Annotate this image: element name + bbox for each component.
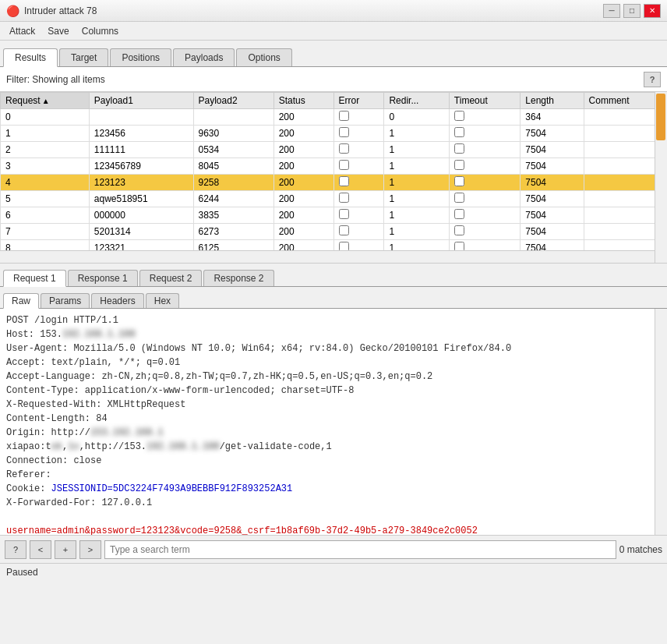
- filter-bar: Filter: Showing all items ?: [0, 67, 667, 92]
- request-line-4: Accept: text/plain, */*; q=0.01: [6, 356, 661, 370]
- request-line-2: Host: 153.192.168.1.100: [6, 327, 661, 341]
- col-status[interactable]: Status: [274, 93, 334, 109]
- horizontal-scrollbar[interactable]: [0, 250, 655, 263]
- next-button[interactable]: >: [79, 540, 101, 559]
- panel-tab-request1[interactable]: Request 1: [3, 270, 66, 287]
- sub-tab-params[interactable]: Params: [41, 293, 90, 308]
- tab-payloads[interactable]: Payloads: [173, 48, 235, 66]
- window-title: Intruder attack 78: [24, 5, 97, 16]
- filter-text: Filter: Showing all items: [6, 74, 105, 85]
- panel-tab-response2[interactable]: Response 2: [203, 270, 274, 286]
- request-post-data: username=admin&password=123123&vcode=925…: [6, 524, 661, 535]
- close-button[interactable]: ✕: [644, 4, 661, 18]
- prev-button[interactable]: <: [30, 540, 51, 559]
- request-line-9: Origin: http://153.192.168.1: [6, 426, 661, 440]
- panel-tab-request2[interactable]: Request 2: [139, 270, 203, 286]
- results-table-container: Request▲ Payload1 Payload2 Status Error …: [0, 92, 667, 264]
- sub-tab-headers[interactable]: Headers: [91, 293, 143, 308]
- table-row[interactable]: 5aqwe518951624420017504: [1, 191, 667, 207]
- col-payload1[interactable]: Payload1: [89, 93, 193, 109]
- search-input[interactable]: [104, 540, 616, 559]
- table-row[interactable]: 4123123925820017504: [1, 175, 667, 191]
- help-button[interactable]: ?: [5, 540, 26, 559]
- request-content: POST /login HTTP/1.1 Host: 153.192.168.1…: [0, 309, 667, 535]
- maximize-button[interactable]: □: [623, 4, 641, 18]
- table-row[interactable]: 2111111053420017504: [1, 142, 667, 158]
- panel-tab-response1[interactable]: Response 1: [68, 270, 138, 286]
- main-tab-bar: Results Target Positions Payloads Option…: [0, 41, 667, 67]
- request-line-1: POST /login HTTP/1.1: [6, 313, 661, 327]
- table-row[interactable]: 8123321612520017504: [1, 240, 667, 252]
- table-row[interactable]: 1123456963020017504: [1, 126, 667, 142]
- menu-bar: Attack Save Columns: [0, 22, 667, 41]
- matches-text: 0 matches: [619, 544, 662, 555]
- table-row[interactable]: 02000364: [1, 109, 667, 126]
- status-bar: Paused: [0, 563, 667, 580]
- sub-tab-hex[interactable]: Hex: [146, 293, 179, 308]
- request-cookie-line: Cookie: JSESSIONID=5DC3224F7493A9BEBBF91…: [6, 482, 661, 496]
- col-timeout[interactable]: Timeout: [449, 93, 520, 109]
- panel-tab-bar: Request 1 Response 1 Request 2 Response …: [0, 264, 667, 287]
- menu-attack[interactable]: Attack: [3, 24, 41, 38]
- sub-tab-bar: Raw Params Headers Hex: [0, 287, 667, 309]
- content-scrollbar[interactable]: [655, 309, 667, 535]
- menu-save[interactable]: Save: [41, 24, 75, 38]
- xiapao-blurred3: 192.168.1.100: [146, 440, 220, 454]
- cookie-value: JSESSIONID=5DC3224F7493A9BEBBF912F893252…: [51, 483, 293, 494]
- request-line-3: User-Agent: Mozilla/5.0 (Windows NT 10.0…: [6, 341, 661, 356]
- menu-columns[interactable]: Columns: [76, 24, 125, 38]
- request-blank-line: [6, 510, 661, 524]
- request-line-8: Content-Length: 84: [6, 412, 661, 426]
- app-icon: 🔴: [6, 5, 19, 17]
- xiapao-blurred2: 1x: [68, 440, 79, 454]
- col-length[interactable]: Length: [521, 93, 584, 109]
- col-request[interactable]: Request▲: [1, 93, 90, 109]
- col-redir[interactable]: Redir...: [384, 93, 449, 109]
- table-row[interactable]: 3123456789804520017504: [1, 158, 667, 175]
- request-line-11: Connection: close: [6, 454, 661, 468]
- origin-blurred: 153.192.168.1: [90, 426, 164, 440]
- vertical-scrollbar[interactable]: [655, 92, 667, 263]
- scrollbar-thumb[interactable]: [656, 94, 665, 140]
- bottom-toolbar: ? < + > 0 matches: [0, 535, 667, 563]
- request-line-7: X-Requested-With: XMLHttpRequest: [6, 398, 661, 412]
- status-text: Paused: [6, 567, 38, 578]
- col-payload2[interactable]: Payload2: [193, 93, 274, 109]
- request-line-10: xiapao:tok,1x,http://153.192.168.1.100/g…: [6, 440, 661, 454]
- sub-tab-raw[interactable]: Raw: [3, 293, 39, 309]
- tab-options[interactable]: Options: [236, 48, 291, 66]
- tab-target[interactable]: Target: [59, 48, 108, 66]
- tab-results[interactable]: Results: [3, 48, 58, 67]
- title-bar: 🔴 Intruder attack 78 ─ □ ✕: [0, 0, 667, 22]
- add-button[interactable]: +: [55, 540, 76, 559]
- filter-help-button[interactable]: ?: [644, 72, 661, 87]
- host-blurred: 192.168.1.100: [62, 327, 136, 341]
- table-row[interactable]: 6000000383520017504: [1, 207, 667, 224]
- request-line-5: Accept-Language: zh-CN,zh;q=0.8,zh-TW;q=…: [6, 370, 661, 384]
- xiapao-blurred: ok: [51, 440, 62, 454]
- col-error[interactable]: Error: [334, 93, 384, 109]
- table-row[interactable]: 75201314627320017504: [1, 224, 667, 240]
- request-line-12: Referer:: [6, 468, 661, 482]
- request-line-6: Content-Type: application/x-www-form-url…: [6, 384, 661, 398]
- results-table: Request▲ Payload1 Payload2 Status Error …: [0, 92, 667, 251]
- tab-positions[interactable]: Positions: [110, 48, 171, 66]
- minimize-button[interactable]: ─: [603, 4, 620, 18]
- request-forwarded-line: X-Forwarded-For: 127.0.0.1: [6, 496, 661, 510]
